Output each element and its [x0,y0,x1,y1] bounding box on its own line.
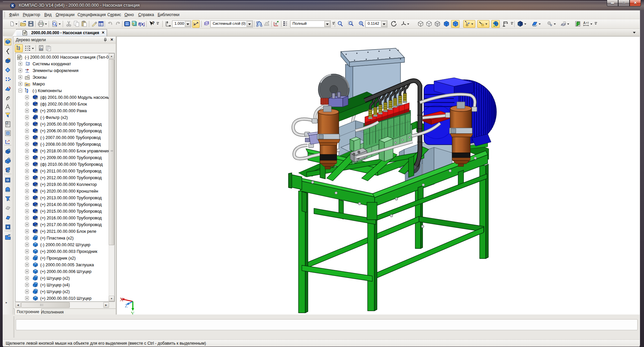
svg-text:?: ? [132,22,134,27]
svg-text:X: X [120,297,123,302]
svg-text:?: ? [152,20,155,25]
svg-text:Z: Z [125,303,128,308]
svg-text:±1: ±1 [586,21,589,24]
svg-text:f(x): f(x) [138,21,145,26]
svg-text:A: A [583,21,586,25]
